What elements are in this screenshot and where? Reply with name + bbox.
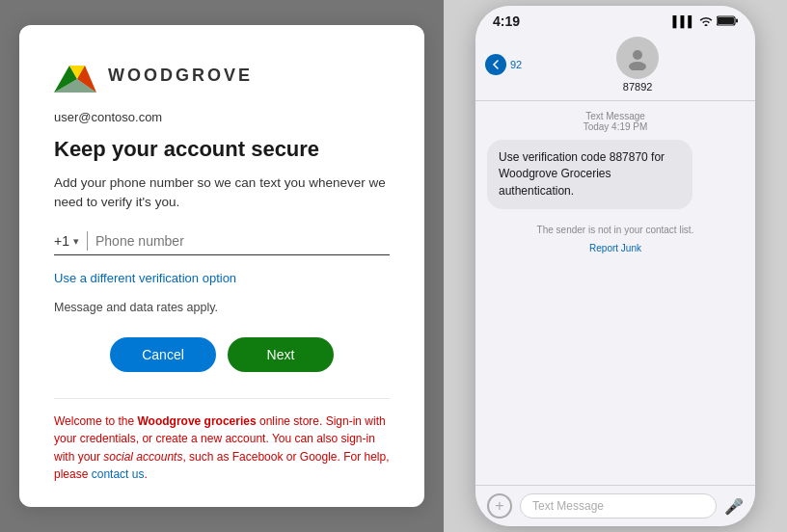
footer-text: Welcome to the Woodgrove groceries onlin… <box>54 398 390 484</box>
phone-header: 92 87892 <box>475 33 755 101</box>
report-junk-link[interactable]: Report Junk <box>487 243 744 253</box>
footer-italic1: social accounts <box>103 450 182 464</box>
phone-mockup: 4:19 ▌▌▌ 92 <box>475 6 755 526</box>
logo-area: WOODGROVE <box>54 56 390 94</box>
contact-avatar <box>616 37 659 79</box>
card-title: Keep your account secure <box>54 136 390 164</box>
rates-notice: Message and data rates apply. <box>54 301 390 314</box>
svg-rect-6 <box>736 18 738 22</box>
country-code-text: +1 <box>54 233 69 249</box>
status-time: 4:19 <box>493 13 520 29</box>
sender-warning: The sender is not in your contact list. <box>487 225 744 235</box>
message-label: Text Message Today 4:19 PM <box>487 111 744 132</box>
message-input-field[interactable]: Text Message <box>520 493 717 519</box>
signal-icon: ▌▌▌ <box>673 15 695 27</box>
svg-rect-5 <box>718 17 734 24</box>
svg-point-8 <box>629 62 646 70</box>
logo-text: WOODGROVE <box>108 66 253 86</box>
country-code-selector[interactable]: +1 ▾ <box>54 233 79 249</box>
left-panel: WOODGROVE user@contoso.com Keep your acc… <box>0 0 444 532</box>
phone-status-bar: 4:19 ▌▌▌ <box>475 6 755 33</box>
contact-us-link[interactable]: contact us <box>92 467 145 481</box>
wifi-icon <box>699 15 713 28</box>
battery-icon <box>717 15 738 28</box>
woodgrove-logo <box>54 56 100 94</box>
card-description: Add your phone number so we can text you… <box>54 173 390 213</box>
phone-input-row: +1 ▾ <box>54 231 390 255</box>
svg-point-7 <box>633 50 642 60</box>
cancel-button[interactable]: Cancel <box>110 337 216 372</box>
contact-number: 87892 <box>623 81 653 93</box>
right-panel: 4:19 ▌▌▌ 92 <box>444 0 787 532</box>
add-attachment-button[interactable]: + <box>487 493 512 519</box>
back-circle <box>485 54 506 75</box>
phone-number-input[interactable] <box>95 233 390 249</box>
chevron-down-icon: ▾ <box>73 235 79 248</box>
phone-input-bar: + Text Message 🎤 <box>475 485 755 526</box>
next-button[interactable]: Next <box>228 337 334 372</box>
message-body: Text Message Today 4:19 PM Use verificat… <box>475 101 755 485</box>
auth-card: WOODGROVE user@contoso.com Keep your acc… <box>19 25 424 507</box>
back-count: 92 <box>510 59 522 70</box>
input-divider <box>87 231 88 251</box>
message-bubble: Use verification code 887870 for Woodgro… <box>487 140 692 209</box>
footer-bold1: Woodgrove groceries <box>137 414 256 428</box>
user-email: user@contoso.com <box>54 110 390 124</box>
footer-text-part4: . <box>144 467 147 481</box>
back-button[interactable]: 92 <box>485 54 522 75</box>
footer-text-part1: Welcome to the <box>54 414 137 428</box>
different-verification-link[interactable]: Use a different verification option <box>54 271 390 285</box>
action-buttons: Cancel Next <box>54 337 390 372</box>
mic-icon[interactable]: 🎤 <box>724 497 744 516</box>
status-icons: ▌▌▌ <box>673 15 738 28</box>
